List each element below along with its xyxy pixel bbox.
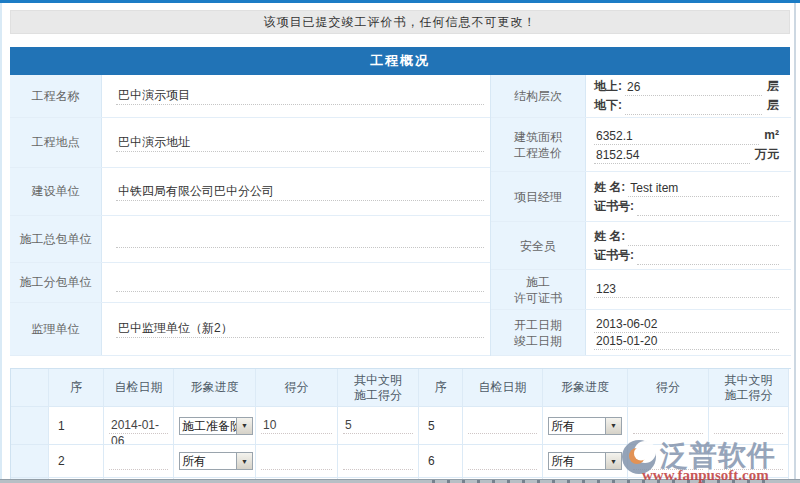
form-row-project-location: 工程地点 巴中演示地址 xyxy=(10,118,490,168)
score-field[interactable] xyxy=(633,417,703,434)
civility-score-field[interactable] xyxy=(714,417,783,434)
self-check-date-field[interactable]: 2014-01-06 xyxy=(109,417,168,434)
field-label: 工程名称 xyxy=(10,75,102,117)
field-label: 开工日期 竣工日期 xyxy=(491,310,586,355)
field-label: 监理单位 xyxy=(10,303,102,355)
safety-officer-name-field[interactable] xyxy=(628,229,779,246)
progress-select[interactable]: 所有 ▼ xyxy=(548,452,622,470)
field-label: 结构层次 xyxy=(491,75,586,117)
form-row-subcontractor: 施工分包单位 xyxy=(10,263,490,303)
subcontractor-field[interactable] xyxy=(116,274,484,292)
construction-owner-field[interactable]: 中铁四局有限公司巴中分公司 xyxy=(116,183,484,201)
building-area-field[interactable]: 6352.1 xyxy=(594,128,759,145)
general-contractor-field[interactable] xyxy=(116,230,484,248)
project-overview-page: 该项目已提交竣工评价书，任何信息不可更改！ 工程概况 工程名称 巴中演示项目 工… xyxy=(0,0,800,483)
form-row-structure-levels: 结构层次 地上: 26 层 地下: 层 xyxy=(491,75,791,118)
column-header-progress: 形象进度 xyxy=(543,369,628,407)
column-header-seq: 序 xyxy=(49,369,104,407)
progress-select[interactable]: 施工准备阶段 ▼ xyxy=(179,417,253,435)
manager-name-field[interactable]: Test item xyxy=(628,180,779,197)
seq-cell: 2 xyxy=(49,445,104,478)
construction-permit-field[interactable]: 123 xyxy=(594,281,779,298)
field-label: 施工总包单位 xyxy=(10,216,102,262)
form-row-project-manager: 项目经理 姓 名: Test item 证书号: xyxy=(491,172,791,222)
page-right-border xyxy=(794,3,796,479)
field-label: 项目经理 xyxy=(491,172,586,221)
self-check-date-field[interactable] xyxy=(109,453,168,470)
seq-cell: 6 xyxy=(419,445,463,478)
supervision-unit-field[interactable]: 巴中监理单位（新2） xyxy=(116,320,484,338)
column-header-civility: 其中文明 施工得分 xyxy=(709,369,789,407)
field-label: 工程地点 xyxy=(10,118,102,167)
watermark-url-text: www.fanpusoft.com xyxy=(642,467,769,483)
header-corner-cell xyxy=(11,369,49,407)
column-header-seq: 序 xyxy=(419,369,463,407)
column-header-date: 自检日期 xyxy=(104,369,174,407)
section-title: 工程概况 xyxy=(370,52,430,70)
notice-text: 该项目已提交竣工评价书，任何信息不可更改！ xyxy=(264,14,537,31)
column-header-date: 自检日期 xyxy=(463,369,543,407)
dropdown-arrow-icon: ▼ xyxy=(605,418,621,434)
dropdown-arrow-icon: ▼ xyxy=(236,453,252,469)
form-row-construction-permit: 施工 许可证书 123 xyxy=(491,270,791,310)
form-row-project-name: 工程名称 巴中演示项目 xyxy=(10,75,490,118)
floors-below-field[interactable] xyxy=(625,98,762,115)
safety-officer-certificate-field[interactable] xyxy=(637,248,779,265)
project-cost-field[interactable]: 8152.54 xyxy=(594,147,750,164)
field-label: 施工 许可证书 xyxy=(491,270,586,309)
form-row-general-contractor: 施工总包单位 xyxy=(10,216,490,263)
civility-score-field[interactable] xyxy=(343,453,413,470)
form-row-construction-owner: 建设单位 中铁四局有限公司巴中分公司 xyxy=(10,168,490,216)
column-header-civility: 其中文明 施工得分 xyxy=(338,369,419,407)
start-date-field[interactable]: 2013-06-02 xyxy=(594,316,779,333)
civility-score-field[interactable]: 5 xyxy=(343,417,413,434)
column-header-progress: 形象进度 xyxy=(174,369,256,407)
score-field[interactable] xyxy=(261,453,332,470)
column-header-score: 得分 xyxy=(628,369,709,407)
self-check-date-field[interactable] xyxy=(468,453,537,470)
field-label: 建筑面积 工程造价 xyxy=(491,118,586,171)
project-info-right: 结构层次 地上: 26 层 地下: 层 建筑面积 工程造价 xyxy=(490,75,791,356)
watermark: 泛普软件 www.fanpusoft.com xyxy=(614,437,794,482)
seq-cell: 5 xyxy=(419,407,463,445)
progress-select[interactable]: 所有 ▼ xyxy=(548,417,622,435)
section-header: 工程概况 xyxy=(10,47,790,75)
seq-cell: 1 xyxy=(49,407,104,445)
project-name-field[interactable]: 巴中演示项目 xyxy=(116,87,484,105)
form-row-supervision-unit: 监理单位 巴中监理单位（新2） xyxy=(10,303,490,356)
score-field[interactable]: 10 xyxy=(261,417,332,434)
row-gutter-cell xyxy=(11,445,49,478)
form-row-safety-officer: 安全员 姓 名: 证书号: xyxy=(491,222,791,270)
row-gutter-cell xyxy=(11,407,49,445)
self-check-date-field[interactable] xyxy=(468,417,537,434)
column-header-score: 得分 xyxy=(256,369,338,407)
form-row-dates: 开工日期 竣工日期 2013-06-02 2015-01-20 xyxy=(491,310,791,356)
project-info-left: 工程名称 巴中演示项目 工程地点 巴中演示地址 建设单位 中铁四局有限公司巴中分… xyxy=(10,75,490,356)
page-top-border xyxy=(0,0,800,3)
completion-date-field[interactable]: 2015-01-20 xyxy=(594,333,779,350)
form-row-area-cost: 建筑面积 工程造价 6352.1 m² 8152.54 万元 xyxy=(491,118,791,172)
manager-certificate-field[interactable] xyxy=(637,199,779,216)
progress-select[interactable]: 所有 ▼ xyxy=(179,452,253,470)
dropdown-arrow-icon: ▼ xyxy=(236,418,252,434)
field-label: 施工分包单位 xyxy=(10,263,102,302)
floors-above-field[interactable]: 26 xyxy=(625,79,762,96)
locked-notice-banner: 该项目已提交竣工评价书，任何信息不可更改！ xyxy=(10,10,790,34)
field-label: 建设单位 xyxy=(10,168,102,215)
field-label: 安全员 xyxy=(491,222,586,269)
page-left-border xyxy=(0,3,2,483)
project-location-field[interactable]: 巴中演示地址 xyxy=(116,134,484,152)
